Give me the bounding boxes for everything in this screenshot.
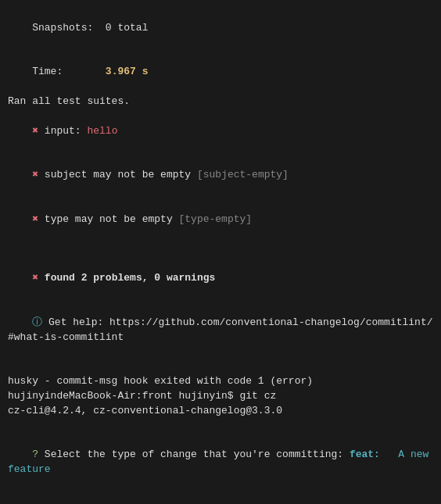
snapshots-line: Snapshots: 0 total	[8, 6, 433, 51]
info-icon: ⓘ	[32, 316, 48, 328]
blank-2	[8, 359, 433, 374]
input-value: hello	[87, 125, 117, 137]
type-msg: type may not be empty	[45, 213, 179, 225]
blank-3	[8, 419, 433, 434]
subject-tag: [subject-empty]	[197, 169, 289, 181]
select-type-line: ? Select the type of change that you're …	[8, 433, 433, 491]
time-line: Time: 3.967 s	[8, 51, 433, 95]
get-help-line: ⓘ Get help: https://github.com/conventio…	[8, 301, 433, 359]
q-icon-1: ?	[32, 449, 45, 460]
snapshots-value: 0 total	[106, 22, 149, 34]
snapshots-label: Snapshots:	[32, 22, 106, 34]
cz-version-line: cz-cli@4.2.4, cz-conventional-changelog@…	[8, 404, 433, 419]
prompt-git-line: hujinyindeMacBook-Air:front hujinyin$ gi…	[8, 389, 433, 404]
input-error-line: ✖ input: hello	[8, 109, 433, 154]
time-label: Time:	[32, 66, 106, 77]
x-icon-4: ✖	[32, 272, 45, 284]
husky-line: husky - commit-msg hook exited with code…	[8, 374, 433, 389]
subject-msg: subject may not be empty	[45, 169, 197, 181]
scope-line: ? What is the scope of this change (e.g.…	[8, 492, 433, 504]
subject-error-line: ✖ subject may not be empty [subject-empt…	[8, 153, 433, 198]
x-icon-2: ✖	[32, 169, 45, 181]
time-value: 3.967 s	[106, 66, 149, 77]
get-help-text: Get help: https://github.com/conventiona…	[8, 316, 433, 343]
select-type-text: Select the type of change that you're co…	[45, 449, 350, 460]
input-label: input:	[45, 125, 88, 137]
type-tag: [type-empty]	[179, 213, 253, 225]
feat-label: feat:	[350, 449, 398, 460]
found-problems-line: ✖ found 2 problems, 0 warnings	[8, 256, 433, 301]
blank-1	[8, 242, 433, 257]
x-icon-3: ✖	[32, 213, 45, 225]
ran-suites-line: Ran all test suites.	[8, 95, 433, 109]
found-problems-text: found 2 problems, 0 warnings	[45, 272, 215, 284]
type-error-line: ✖ type may not be empty [type-empty]	[8, 198, 433, 242]
x-icon: ✖	[32, 125, 45, 137]
terminal: Snapshots: 0 total Time: 3.967 s Ran all…	[0, 0, 441, 504]
